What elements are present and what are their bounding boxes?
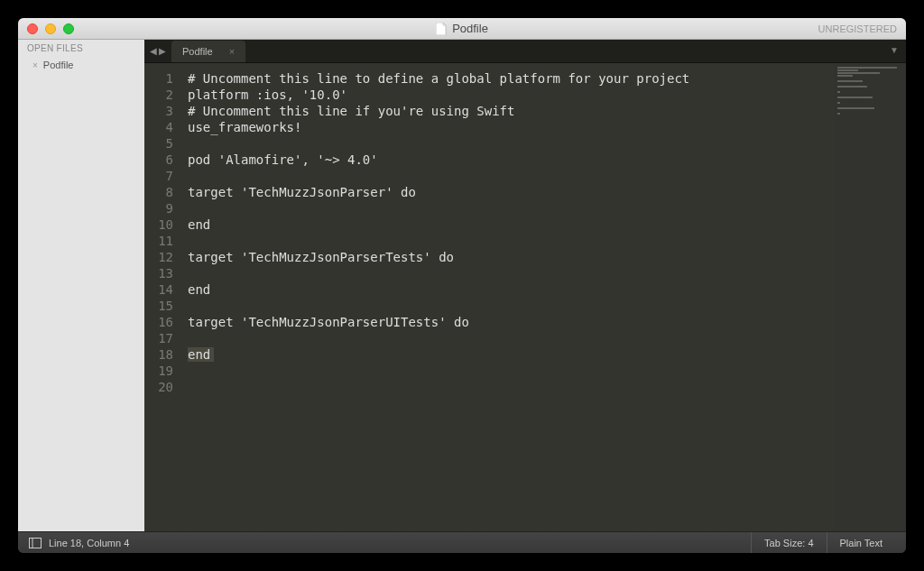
window-close-button[interactable] <box>27 23 38 34</box>
file-tab[interactable]: Podfile × <box>171 41 245 62</box>
code-line[interactable]: pod 'Alamofire', '~> 4.0' <box>188 152 834 168</box>
main-area: OPEN FILES × Podfile ◀ ▶ Podfile × ▼ 123 <box>18 40 906 531</box>
code-line[interactable]: platform :ios, '10.0' <box>188 87 834 103</box>
code-line[interactable] <box>188 379 834 395</box>
editor-window: Podfile UNREGISTERED OPEN FILES × Podfil… <box>18 18 906 553</box>
code-line[interactable] <box>188 135 834 152</box>
status-syntax[interactable]: Plain Text <box>827 532 896 554</box>
code-text[interactable]: # Uncomment this line to define a global… <box>180 63 834 531</box>
line-number: 6 <box>144 152 173 168</box>
line-number: 8 <box>144 184 173 200</box>
code-line[interactable]: target 'TechMuzzJsonParserUITests' do <box>188 314 834 330</box>
svg-rect-0 <box>30 538 42 548</box>
titlebar: Podfile UNREGISTERED <box>18 18 906 40</box>
registration-label: UNREGISTERED <box>818 23 897 34</box>
line-number: 9 <box>144 200 173 216</box>
code-line[interactable]: # Uncomment this line if you're using Sw… <box>188 103 834 119</box>
code-line[interactable]: end <box>188 346 834 363</box>
code-line[interactable] <box>188 265 834 281</box>
tab-bar: ◀ ▶ Podfile × ▼ <box>144 40 906 63</box>
line-number-gutter: 1234567891011121314151617181920 <box>144 63 180 531</box>
line-number: 11 <box>144 233 173 249</box>
panel-switcher-icon[interactable] <box>29 538 42 548</box>
code-line[interactable]: target 'TechMuzzJsonParserTests' do <box>188 249 834 265</box>
line-number: 4 <box>144 119 173 135</box>
window-title: Podfile <box>18 22 906 35</box>
code-line[interactable]: target 'TechMuzzJsonParser' do <box>188 184 834 200</box>
code-line[interactable]: end <box>188 216 834 233</box>
tab-menu-button[interactable]: ▼ <box>890 45 899 55</box>
window-maximize-button[interactable] <box>63 23 74 34</box>
line-number: 1 <box>144 70 173 87</box>
nav-back-icon[interactable]: ◀ <box>150 46 157 56</box>
sidebar-file-name: Podfile <box>43 60 74 70</box>
line-number: 10 <box>144 216 173 233</box>
line-number: 14 <box>144 281 173 298</box>
traffic-lights <box>18 23 74 34</box>
code-line[interactable]: use_frameworks! <box>188 119 834 135</box>
close-icon[interactable]: × <box>32 60 38 70</box>
line-number: 18 <box>144 346 173 363</box>
status-tab-size[interactable]: Tab Size: 4 <box>751 532 826 554</box>
line-number: 15 <box>144 298 173 314</box>
code-line[interactable] <box>188 168 834 184</box>
line-number: 17 <box>144 330 173 346</box>
line-number: 16 <box>144 314 173 330</box>
close-icon[interactable]: × <box>229 46 235 57</box>
line-number: 2 <box>144 87 173 103</box>
line-number: 12 <box>144 249 173 265</box>
window-minimize-button[interactable] <box>45 23 56 34</box>
code-line[interactable]: end <box>188 281 834 298</box>
code-line[interactable] <box>188 363 834 379</box>
tab-label: Podfile <box>182 46 213 57</box>
code-line[interactable] <box>188 233 834 249</box>
code-line[interactable]: # Uncomment this line to define a global… <box>188 70 834 87</box>
document-icon <box>436 23 447 35</box>
line-number: 7 <box>144 168 173 184</box>
minimap[interactable] <box>834 63 906 531</box>
status-position[interactable]: Line 18, Column 4 <box>49 538 129 548</box>
line-number: 20 <box>144 379 173 395</box>
sidebar: OPEN FILES × Podfile <box>18 40 144 531</box>
code-area[interactable]: 1234567891011121314151617181920 # Uncomm… <box>144 63 906 531</box>
code-line[interactable] <box>188 330 834 346</box>
code-line[interactable] <box>188 200 834 216</box>
sidebar-file-item[interactable]: × Podfile <box>18 57 144 73</box>
line-number: 5 <box>144 135 173 152</box>
status-bar: Line 18, Column 4 Tab Size: 4 Plain Text <box>18 531 906 553</box>
tab-nav-arrows: ◀ ▶ <box>144 40 171 62</box>
editor-pane: ◀ ▶ Podfile × ▼ 123456789101112131415161… <box>144 40 906 531</box>
line-number: 3 <box>144 103 173 119</box>
window-title-text: Podfile <box>452 22 488 35</box>
sidebar-open-files-header: OPEN FILES <box>18 40 144 57</box>
line-number: 19 <box>144 363 173 379</box>
code-line[interactable] <box>188 298 834 314</box>
line-number: 13 <box>144 265 173 281</box>
nav-forward-icon[interactable]: ▶ <box>159 46 166 56</box>
